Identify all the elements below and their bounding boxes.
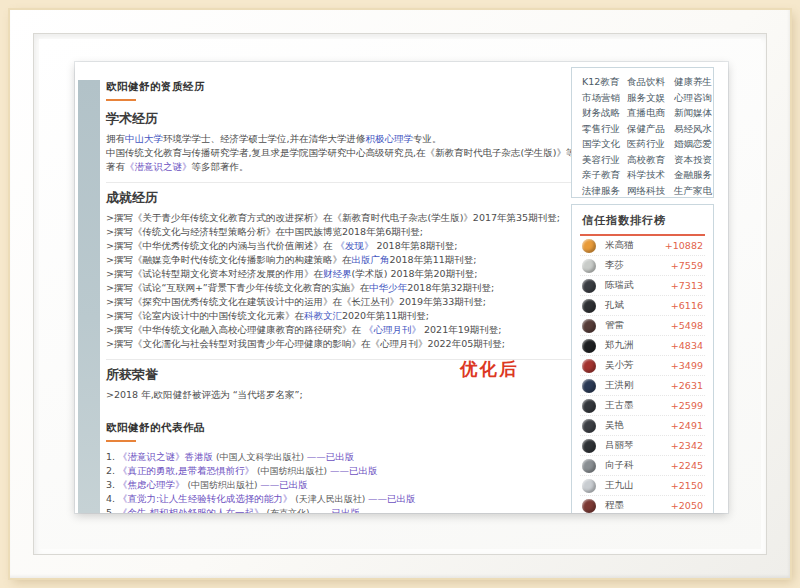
inline-link[interactable]: 《直觉力:让人生经验转化成选择的能力》 [118,493,292,504]
text-segment: >撰写《关于青少年传统文化教育方式的改进探析》在《新教育时代电子杂志(学生版)》… [106,212,560,223]
avatar [582,279,596,293]
ranking-row[interactable]: 郑九洲+4834 [580,336,705,356]
industry-tag[interactable]: 婚姻恋爱 [674,137,712,151]
honors-list: >2018 年,欧阳健舒被评选为 “当代塔罗名家”; [106,388,574,402]
academic-paragraph-line: 中国传统文化教育与传播研究学者,复旦求是学院国学研究中心高级研究员,在《新教育时… [106,146,574,160]
ranking-row[interactable]: 吴小芳+3499 [580,356,705,376]
industry-tag[interactable]: 美容行业 [582,153,627,167]
industry-tag[interactable]: 易经风水 [674,122,712,136]
ranking-row[interactable]: 向子科+2245 [580,456,705,476]
text-segment: (布克文化) [264,508,313,513]
text-segment: (中国纺织出版社) [185,480,261,490]
achievement-item: >撰写《融媒竞争时代传统文化传播影响力的构建策略》在出版广角2018年第11期刊… [106,253,574,267]
ranking-row[interactable]: 程墨+2050 [580,496,705,513]
ranking-row[interactable]: 王九山+2150 [580,476,705,496]
work-item: 3. 《焦虑心理学》 (中国纺织出版社) ——已出版 [106,478,574,492]
ranking-row[interactable]: 陈瑞武+7313 [580,276,705,296]
inline-link[interactable]: 《余生,想和相处舒服的人在一起》 [118,507,264,513]
inline-link[interactable]: ——已出版 [312,507,360,513]
ranking-score: +2631 [671,380,703,391]
industry-tag[interactable]: 市场营销 [582,91,627,105]
work-item: 5. 《余生,想和相处舒服的人在一起》 (布克文化) ——已出版 [106,506,574,513]
academic-paragraph-line: 拥有中山大学环境学学士、经济学硕士学位,并在清华大学进修积极心理学专业。 [106,132,574,146]
academic-paragraph-line: 著有《潜意识之谜》等多部著作。 [106,160,574,174]
industry-tag[interactable]: 资本投资 [674,153,712,167]
avatar [582,419,596,433]
industry-tag[interactable]: 心理咨询 [674,91,712,105]
industry-tag[interactable]: 服务文娱 [627,91,674,105]
text-segment: >撰写《文化濡化与社会转型对我国青少年心理健康的影响》在《心理月刊》2022年0… [106,338,505,349]
industry-tag[interactable]: 亲子教育 [582,168,627,182]
avatar [582,439,596,453]
text-segment: >撰写《中华传统文化融入高校心理健康教育的路径研究》在 [106,324,364,335]
ranking-row[interactable]: 吴艳+2491 [580,416,705,436]
text-segment: 环境学学士、经济学硕士学位,并在清华大学进修 [163,133,366,144]
page-left-bar [78,80,100,513]
inline-link[interactable]: 出版广角 [351,254,389,265]
inline-link[interactable]: 《发现》 [335,240,373,251]
ranking-name: 王古墨 [605,399,634,412]
industry-tag[interactable]: 财务战略 [582,106,627,120]
text-segment: 等多部著作。 [192,161,249,172]
inline-link[interactable]: 《焦虑心理学》 [118,479,185,490]
industry-tag[interactable]: 法律服务 [582,184,627,198]
industry-tag[interactable]: 医药行业 [627,137,674,151]
inline-link[interactable]: ——已出版 [330,465,378,476]
ranking-name: 王九山 [605,479,634,492]
industry-tag[interactable]: 保健产品 [627,122,674,136]
ranking-row[interactable]: 孔斌+6116 [580,296,705,316]
framed-screenshot: 欧阳健舒的资质经历 学术经历 拥有中山大学环境学学士、经济学硕士学位,并在清华大… [0,0,800,588]
works-section-title: 欧阳健舒的代表作品 [106,421,574,435]
inline-link[interactable]: 中华少年 [369,282,407,293]
inline-link[interactable]: 财经界 [323,268,352,279]
text-segment: 2021年19期刊登; [421,324,502,335]
industry-tag[interactable]: 金融服务 [674,168,712,182]
ranking-row[interactable]: 李莎+7559 [580,256,705,276]
inline-link[interactable]: 《心理月刊》 [364,324,421,335]
achievement-item: >撰写《关于青少年传统文化教育方式的改进探析》在《新教育时代电子杂志(学生版)》… [106,211,574,225]
inline-link[interactable]: 《潜意识之谜》 [125,161,192,172]
ranking-score: +2245 [671,460,703,471]
ranking-name: 向子科 [605,459,634,472]
industry-tag[interactable]: 食品饮料 [627,75,674,89]
industry-tag[interactable]: 国学文化 [582,137,627,151]
text-segment: 2. [106,465,118,476]
inline-link[interactable]: ——已出版 [307,451,355,462]
text-segment: 专业。 [413,133,442,144]
inline-link[interactable]: 《潜意识之谜》香港版 [118,451,213,462]
ranking-row[interactable]: 米高猫+10882 [580,236,705,256]
industry-tag[interactable]: 新闻媒体 [674,106,712,120]
text-segment: >撰写《中华优秀传统文化的内涵与当代价值阐述》在 [106,240,335,251]
inline-link[interactable]: 科教文汇 [304,310,342,321]
text-segment: 著有 [106,161,125,172]
industry-tag[interactable]: 健康养生 [674,75,712,89]
inline-link[interactable]: 《真正的勇敢,是带着恐惧前行》 [118,465,254,476]
inline-link[interactable]: ——已出版 [260,479,308,490]
text-segment: 2018年第32期刊登; [407,282,494,293]
industry-tag[interactable]: K12教育 [582,75,627,89]
avatar [582,479,596,493]
avatar [582,299,596,313]
industry-tag[interactable]: 零售行业 [582,122,627,136]
inline-link[interactable]: 积极心理学 [366,133,414,144]
ranking-row[interactable]: 管雷+5498 [580,316,705,336]
industry-tag[interactable]: 直播电商 [627,106,674,120]
achievement-item: >撰写《探究中国优秀传统文化在建筑设计中的运用》在《长江丛刊》2019年第33期… [106,295,574,309]
text-segment: >2018 年,欧阳健舒被评选为 “当代塔罗名家”; [106,389,303,400]
industry-tag[interactable]: 科学技术 [627,168,674,182]
industry-tags-box: K12教育食品饮料健康养生市场营销服务文娱心理咨询财务战略直播电商新闻媒体零售行… [571,67,714,198]
industry-tag[interactable]: 网络科技 [627,184,674,198]
ranking-row[interactable]: 王洪刚+2631 [580,376,705,396]
avatar [582,359,596,373]
industry-tag[interactable]: 高校教育 [627,153,674,167]
industry-tag[interactable]: 生产家电 [674,184,712,198]
academic-heading: 学术经历 [106,110,574,128]
ranking-row[interactable]: 吕丽琴+2342 [580,436,705,456]
ranking-row[interactable]: 王古墨+2599 [580,396,705,416]
inline-link[interactable]: 中山大学 [125,133,163,144]
avatar [582,259,596,273]
inline-link[interactable]: ——已出版 [368,493,416,504]
avatar [582,499,596,513]
work-item: 2. 《真正的勇敢,是带着恐惧前行》 (中国纺织出版社) ——已出版 [106,464,574,478]
works-list: 1. 《潜意识之谜》香港版 (中国人文科学出版社) ——已出版2. 《真正的勇敢… [106,450,574,513]
